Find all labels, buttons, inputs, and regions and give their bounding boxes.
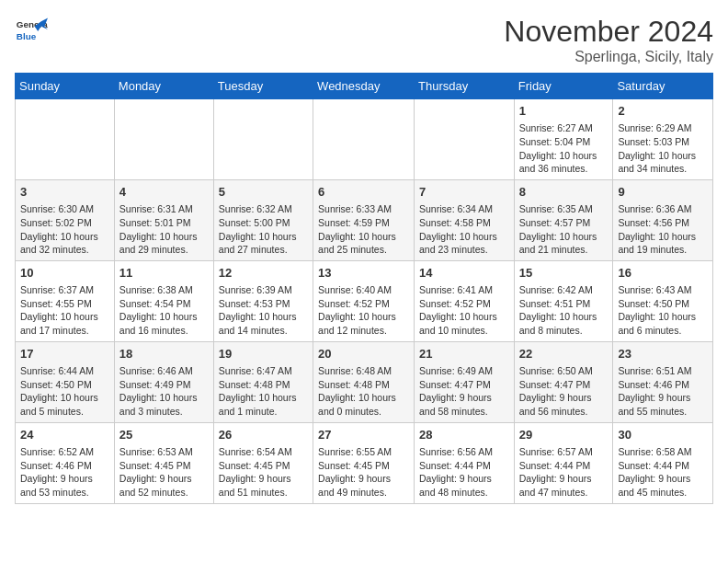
calendar-day [313,99,415,180]
calendar-day: 25Sunrise: 6:53 AM Sunset: 4:45 PM Dayli… [114,422,213,503]
calendar-day: 7Sunrise: 6:34 AM Sunset: 4:58 PM Daylig… [415,179,515,260]
calendar-table: Sunday Monday Tuesday Wednesday Thursday… [15,73,713,504]
calendar-day: 6Sunrise: 6:33 AM Sunset: 4:59 PM Daylig… [313,179,415,260]
col-friday: Friday [514,74,613,99]
calendar-day [16,99,115,180]
day-details: Sunrise: 6:32 AM Sunset: 5:00 PM Dayligh… [219,202,308,257]
header: General Blue November 2024 Sperlinga, Si… [15,15,713,65]
day-number: 28 [419,427,509,443]
calendar-body: 1Sunrise: 6:27 AM Sunset: 5:04 PM Daylig… [16,99,713,504]
calendar-day: 16Sunrise: 6:43 AM Sunset: 4:50 PM Dayli… [613,260,713,341]
calendar-day: 22Sunrise: 6:50 AM Sunset: 4:47 PM Dayli… [514,341,613,422]
day-number: 5 [219,184,308,201]
day-details: Sunrise: 6:36 AM Sunset: 4:56 PM Dayligh… [618,202,708,257]
calendar-header: Sunday Monday Tuesday Wednesday Thursday… [16,74,713,99]
day-details: Sunrise: 6:30 AM Sunset: 5:02 PM Dayligh… [20,202,109,257]
day-number: 8 [519,184,609,201]
day-number: 21 [419,346,509,362]
calendar-day: 21Sunrise: 6:49 AM Sunset: 4:47 PM Dayli… [415,341,515,422]
day-number: 3 [20,184,109,201]
calendar-week-1: 1Sunrise: 6:27 AM Sunset: 5:04 PM Daylig… [16,99,713,180]
day-details: Sunrise: 6:57 AM Sunset: 4:44 PM Dayligh… [519,445,609,500]
day-details: Sunrise: 6:54 AM Sunset: 4:45 PM Dayligh… [219,445,308,500]
logo: General Blue [15,15,48,48]
calendar-day: 12Sunrise: 6:39 AM Sunset: 4:53 PM Dayli… [213,260,313,341]
day-number: 30 [618,427,708,443]
day-number: 12 [219,265,308,282]
calendar-day: 20Sunrise: 6:48 AM Sunset: 4:48 PM Dayli… [313,341,415,422]
calendar-day: 5Sunrise: 6:32 AM Sunset: 5:00 PM Daylig… [213,179,313,260]
col-thursday: Thursday [415,74,515,99]
day-details: Sunrise: 6:34 AM Sunset: 4:58 PM Dayligh… [419,202,509,257]
day-details: Sunrise: 6:44 AM Sunset: 4:50 PM Dayligh… [20,364,109,419]
day-details: Sunrise: 6:43 AM Sunset: 4:50 PM Dayligh… [618,283,708,338]
calendar-day: 2Sunrise: 6:29 AM Sunset: 5:03 PM Daylig… [613,99,713,180]
day-details: Sunrise: 6:41 AM Sunset: 4:52 PM Dayligh… [419,283,509,338]
day-details: Sunrise: 6:42 AM Sunset: 4:51 PM Dayligh… [519,283,609,338]
day-number: 11 [119,265,209,282]
calendar-day: 26Sunrise: 6:54 AM Sunset: 4:45 PM Dayli… [213,422,313,503]
day-number: 26 [219,427,308,443]
calendar-day: 8Sunrise: 6:35 AM Sunset: 4:57 PM Daylig… [514,179,613,260]
header-row: Sunday Monday Tuesday Wednesday Thursday… [16,74,713,99]
day-details: Sunrise: 6:33 AM Sunset: 4:59 PM Dayligh… [318,202,409,257]
calendar-day: 23Sunrise: 6:51 AM Sunset: 4:46 PM Dayli… [613,341,713,422]
day-number: 6 [318,184,409,201]
day-details: Sunrise: 6:46 AM Sunset: 4:49 PM Dayligh… [119,364,209,419]
title-area: November 2024 Sperlinga, Sicily, Italy [504,15,713,65]
day-number: 29 [519,427,609,443]
day-details: Sunrise: 6:40 AM Sunset: 4:52 PM Dayligh… [318,283,409,338]
day-number: 16 [618,265,708,282]
calendar-day: 9Sunrise: 6:36 AM Sunset: 4:56 PM Daylig… [613,179,713,260]
calendar-week-3: 10Sunrise: 6:37 AM Sunset: 4:55 PM Dayli… [16,260,713,341]
day-details: Sunrise: 6:58 AM Sunset: 4:44 PM Dayligh… [618,445,708,500]
day-number: 19 [219,346,308,362]
day-details: Sunrise: 6:31 AM Sunset: 5:01 PM Dayligh… [119,202,209,257]
calendar-day: 27Sunrise: 6:55 AM Sunset: 4:45 PM Dayli… [313,422,415,503]
calendar-day [415,99,515,180]
day-number: 10 [20,265,109,282]
calendar-day: 24Sunrise: 6:52 AM Sunset: 4:46 PM Dayli… [16,422,115,503]
day-number: 2 [618,103,708,120]
day-number: 20 [318,346,409,362]
calendar-day: 4Sunrise: 6:31 AM Sunset: 5:01 PM Daylig… [114,179,213,260]
calendar-day: 3Sunrise: 6:30 AM Sunset: 5:02 PM Daylig… [16,179,115,260]
col-tuesday: Tuesday [213,74,313,99]
calendar-day [213,99,313,180]
calendar-week-2: 3Sunrise: 6:30 AM Sunset: 5:02 PM Daylig… [16,179,713,260]
calendar-day: 14Sunrise: 6:41 AM Sunset: 4:52 PM Dayli… [415,260,515,341]
calendar-day: 19Sunrise: 6:47 AM Sunset: 4:48 PM Dayli… [213,341,313,422]
day-number: 4 [119,184,209,201]
svg-text:Blue: Blue [17,31,37,41]
day-number: 14 [419,265,509,282]
calendar-week-5: 24Sunrise: 6:52 AM Sunset: 4:46 PM Dayli… [16,422,713,503]
col-sunday: Sunday [16,74,115,99]
day-number: 23 [618,346,708,362]
day-details: Sunrise: 6:53 AM Sunset: 4:45 PM Dayligh… [119,445,209,500]
calendar-day: 11Sunrise: 6:38 AM Sunset: 4:54 PM Dayli… [114,260,213,341]
calendar-day: 17Sunrise: 6:44 AM Sunset: 4:50 PM Dayli… [16,341,115,422]
day-details: Sunrise: 6:27 AM Sunset: 5:04 PM Dayligh… [519,121,609,176]
day-details: Sunrise: 6:37 AM Sunset: 4:55 PM Dayligh… [20,283,109,338]
day-number: 13 [318,265,409,282]
day-details: Sunrise: 6:38 AM Sunset: 4:54 PM Dayligh… [119,283,209,338]
day-number: 17 [20,346,109,362]
day-details: Sunrise: 6:52 AM Sunset: 4:46 PM Dayligh… [20,445,109,500]
col-wednesday: Wednesday [313,74,415,99]
day-details: Sunrise: 6:39 AM Sunset: 4:53 PM Dayligh… [219,283,308,338]
location-title: Sperlinga, Sicily, Italy [504,49,713,65]
day-number: 15 [519,265,609,282]
day-details: Sunrise: 6:51 AM Sunset: 4:46 PM Dayligh… [618,364,708,419]
month-title: November 2024 [504,15,713,49]
day-details: Sunrise: 6:56 AM Sunset: 4:44 PM Dayligh… [419,445,509,500]
day-number: 22 [519,346,609,362]
calendar-day [114,99,213,180]
calendar-day: 1Sunrise: 6:27 AM Sunset: 5:04 PM Daylig… [514,99,613,180]
day-number: 1 [519,103,609,120]
calendar-day: 29Sunrise: 6:57 AM Sunset: 4:44 PM Dayli… [514,422,613,503]
calendar-day: 30Sunrise: 6:58 AM Sunset: 4:44 PM Dayli… [613,422,713,503]
day-details: Sunrise: 6:55 AM Sunset: 4:45 PM Dayligh… [318,445,409,500]
col-saturday: Saturday [613,74,713,99]
day-number: 18 [119,346,209,362]
logo-icon: General Blue [15,15,48,48]
